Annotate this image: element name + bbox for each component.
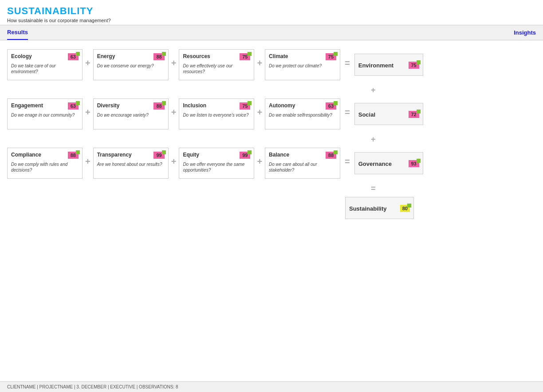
balance-score-corner [334, 150, 338, 154]
op-plus-6: + [254, 107, 265, 118]
balance-score-wrap: 88 [326, 152, 336, 159]
engagement-label: Engagement [11, 102, 43, 109]
card-climate[interactable]: Climate 75 Do we protect our climate? [265, 49, 340, 80]
inclusion-score-wrap: 75 [240, 102, 250, 110]
diversity-question: Do we encourage variety? [97, 112, 165, 118]
transparency-score-wrap: 99 [153, 152, 164, 159]
result-social[interactable]: Social 72 [354, 103, 423, 125]
op-equals-social: = [340, 107, 354, 118]
energy-score-corner [162, 52, 166, 56]
result-environment[interactable]: Environment 75 [354, 54, 423, 76]
climate-score-corner [334, 52, 338, 56]
compliance-score-wrap: 88 [68, 152, 79, 159]
row-environment: Ecology 63 Do we take care of our enviro… [7, 49, 536, 80]
energy-label: Energy [97, 53, 115, 59]
ecology-label: Ecology [11, 53, 32, 59]
card-autonomy[interactable]: Autonomy 63 Do we enable selfresponsibil… [265, 98, 340, 129]
climate-label: Climate [269, 53, 288, 59]
equity-score-corner [248, 150, 252, 154]
sustainability-label: Sustainability [349, 205, 387, 212]
tab-results[interactable]: Results [7, 25, 28, 40]
op-equals-env: = [340, 58, 354, 68]
inclusion-score-corner [248, 101, 252, 105]
governance-result-corner [417, 159, 421, 163]
card-resources[interactable]: Resources 75 Do we effectively use our r… [179, 49, 254, 80]
card-compliance[interactable]: Compliance 88 Do we comply with rules an… [7, 148, 83, 179]
ecology-score-wrap: 63 [68, 53, 79, 60]
sustainability-score-wrap: 80 [400, 205, 410, 212]
engagement-score-corner [76, 101, 80, 105]
row-social: Engagement 63 Do we enage in our communi… [7, 98, 536, 129]
diversity-score-corner [162, 101, 166, 105]
card-diversity[interactable]: Diversity 88 Do we encourage variety? [93, 98, 169, 129]
plus-between-env-social: + [371, 86, 376, 95]
inclusion-question: Do we listen to everyone's voice? [183, 112, 250, 118]
social-result-label: Social [358, 111, 375, 118]
row-governance: Compliance 88 Do we comply with rules an… [7, 148, 536, 179]
page-title: SUSTAINABILITY [7, 5, 536, 17]
cards-environment: Ecology 63 Do we take care of our enviro… [7, 49, 423, 80]
resources-question: Do we effectively use our resources? [183, 63, 250, 74]
energy-question: Do we conserve our energy? [97, 63, 165, 69]
op-plus-8: + [169, 157, 179, 167]
transparency-label: Transparency [97, 152, 132, 158]
compliance-question: Do we comply with rules and decisions? [11, 161, 79, 173]
environment-result-corner [417, 60, 421, 64]
equals-before-final: = [371, 184, 376, 193]
compliance-score-corner [76, 150, 80, 154]
plus-between-social-gov: + [371, 135, 376, 144]
page-subtitle: How sustainable is our corporate managem… [7, 18, 536, 23]
governance-result-label: Governance [358, 161, 392, 167]
tab-insights[interactable]: Insights [514, 26, 536, 39]
climate-question: Do we protect our climate? [269, 63, 336, 69]
footer-text: CLIENTNAME | PROJECTNAME | 3. DECEMBER |… [7, 384, 178, 389]
compliance-label: Compliance [11, 152, 41, 158]
climate-score-wrap: 75 [326, 53, 336, 60]
card-transparency[interactable]: Transparency 99 Are we honest about our … [93, 148, 169, 179]
equals-divider: = [7, 182, 536, 195]
op-plus-9: + [254, 157, 265, 167]
autonomy-score-wrap: 63 [326, 102, 336, 110]
card-ecology[interactable]: Ecology 63 Do we take care of our enviro… [7, 49, 83, 80]
final-row: Sustainability 80 [7, 197, 536, 219]
op-plus-2: + [169, 58, 179, 68]
card-equity[interactable]: Equity 99 Do we offer everyone the same … [179, 148, 254, 179]
op-plus-3: + [254, 58, 265, 68]
footer: CLIENTNAME | PROJECTNAME | 3. DECEMBER |… [0, 381, 543, 392]
engagement-question: Do we enage in our community? [11, 112, 79, 118]
card-energy[interactable]: Energy 88 Do we conserve our energy? [93, 49, 169, 80]
op-equals-gov: = [340, 157, 354, 167]
resources-label: Resources [183, 53, 210, 59]
equity-score-wrap: 99 [240, 152, 250, 159]
equity-question: Do we offer everyone the same opportunit… [183, 161, 250, 173]
page-header: SUSTAINABILITY How sustainable is our co… [0, 0, 543, 25]
cards-governance: Compliance 88 Do we comply with rules an… [7, 148, 423, 179]
autonomy-score-corner [334, 101, 338, 105]
autonomy-question: Do we enable selfresponsibility? [269, 112, 336, 118]
op-plus-4: + [83, 107, 93, 118]
balance-label: Balance [269, 152, 289, 158]
balance-question: Do we care about all our stakeholder? [269, 161, 336, 173]
transparency-question: Are we honest about our results? [97, 161, 165, 167]
engagement-score-wrap: 63 [68, 102, 79, 110]
equity-label: Equity [183, 152, 199, 158]
result-governance[interactable]: Governance 93 [354, 152, 423, 174]
autonomy-label: Autonomy [269, 102, 295, 109]
card-inclusion[interactable]: Inclusion 75 Do we listen to everyone's … [179, 98, 254, 129]
result-sustainability[interactable]: Sustainability 80 [345, 197, 414, 219]
final-card-wrap: Sustainability 80 [345, 197, 414, 219]
energy-score-wrap: 88 [153, 53, 164, 60]
resources-score-wrap: 75 [240, 53, 250, 60]
social-result-score-wrap: 72 [409, 111, 419, 118]
sustainability-score-corner [407, 204, 411, 208]
inclusion-label: Inclusion [183, 102, 206, 109]
cards-social: Engagement 63 Do we enage in our communi… [7, 98, 423, 129]
environment-result-score-wrap: 75 [409, 62, 419, 69]
op-plus-7: + [83, 157, 93, 167]
resources-score-corner [248, 52, 252, 56]
card-balance[interactable]: Balance 88 Do we care about all our stak… [265, 148, 340, 179]
card-engagement[interactable]: Engagement 63 Do we enage in our communi… [7, 98, 83, 129]
ecology-question: Do we take care of our environment? [11, 63, 79, 74]
social-result-corner [417, 110, 421, 114]
transparency-score-corner [162, 150, 166, 154]
